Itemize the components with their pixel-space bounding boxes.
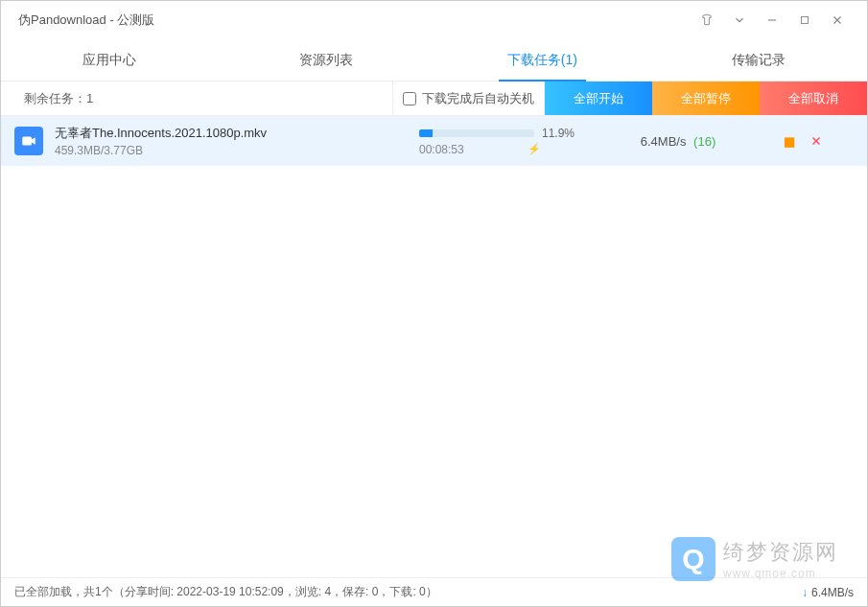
cancel-task-button[interactable] [810, 134, 822, 149]
dropdown-icon[interactable] [723, 6, 756, 35]
shutdown-checkbox[interactable] [403, 92, 416, 105]
progress-bar [419, 129, 534, 137]
remaining-tasks: 剩余任务： 1 [1, 82, 392, 115]
task-list: 无辜者The.Innocents.2021.1080p.mkv 459.3MB/… [1, 116, 867, 577]
task-speed: 6.4MB/s (16) [611, 134, 745, 149]
tab-app-center[interactable]: 应用中心 [1, 39, 218, 81]
task-actions: ▮▮ [745, 134, 822, 149]
shutdown-label: 下载完成后自动关机 [422, 90, 534, 107]
video-file-icon [14, 127, 43, 155]
main-tabs: 应用中心 资源列表 下载任务(1) 传输记录 [1, 39, 867, 82]
remaining-count: 1 [86, 91, 93, 105]
svg-rect-4 [22, 137, 32, 146]
task-size: 459.3MB/3.77GB [55, 144, 419, 157]
minimize-icon[interactable] [756, 6, 788, 35]
download-arrow-icon: ↓ [802, 586, 808, 599]
speed-threads: (16) [693, 134, 716, 149]
tab-resource-list[interactable]: 资源列表 [218, 39, 434, 81]
toolbar: 剩余任务： 1 下载完成后自动关机 全部开始 全部暂停 全部取消 [1, 82, 867, 116]
task-progress: 11.9% 00:08:53 ⚡ [419, 127, 611, 156]
task-time: 00:08:53 [419, 143, 464, 156]
pause-all-button[interactable]: 全部暂停 [652, 82, 760, 115]
speed-value: 6.4MB/s [641, 134, 687, 149]
task-info: 无辜者The.Innocents.2021.1080p.mkv 459.3MB/… [55, 125, 419, 157]
svg-rect-1 [802, 17, 809, 24]
start-all-button[interactable]: 全部开始 [545, 82, 652, 115]
progress-fill [419, 129, 433, 137]
progress-percent: 11.9% [542, 127, 575, 140]
boost-icon: ⚡ [528, 143, 541, 155]
title-bar: 伪Pandownload - 公测版 [1, 1, 867, 39]
window-title: 伪Pandownload - 公测版 [18, 12, 154, 29]
theme-icon[interactable] [691, 6, 723, 35]
tab-transfer-log[interactable]: 传输记录 [650, 39, 867, 81]
maximize-icon[interactable] [788, 6, 821, 35]
cancel-all-button[interactable]: 全部取消 [760, 82, 867, 115]
status-text: 已全部加载，共1个（分享时间: 2022-03-19 10:52:09，浏览: … [14, 584, 437, 600]
task-row[interactable]: 无辜者The.Innocents.2021.1080p.mkv 459.3MB/… [1, 116, 867, 166]
status-speed: ↓ 6.4MB/s [802, 586, 854, 599]
shutdown-checkbox-container[interactable]: 下载完成后自动关机 [392, 82, 545, 115]
remaining-label: 剩余任务： [24, 90, 86, 107]
tab-download-tasks[interactable]: 下载任务(1) [434, 39, 651, 81]
status-bar: 已全部加载，共1个（分享时间: 2022-03-19 10:52:09，浏览: … [1, 577, 867, 606]
pause-task-button[interactable]: ▮▮ [784, 134, 793, 149]
close-icon[interactable] [821, 6, 854, 35]
task-filename: 无辜者The.Innocents.2021.1080p.mkv [55, 125, 419, 142]
status-speed-value: 6.4MB/s [811, 586, 854, 599]
